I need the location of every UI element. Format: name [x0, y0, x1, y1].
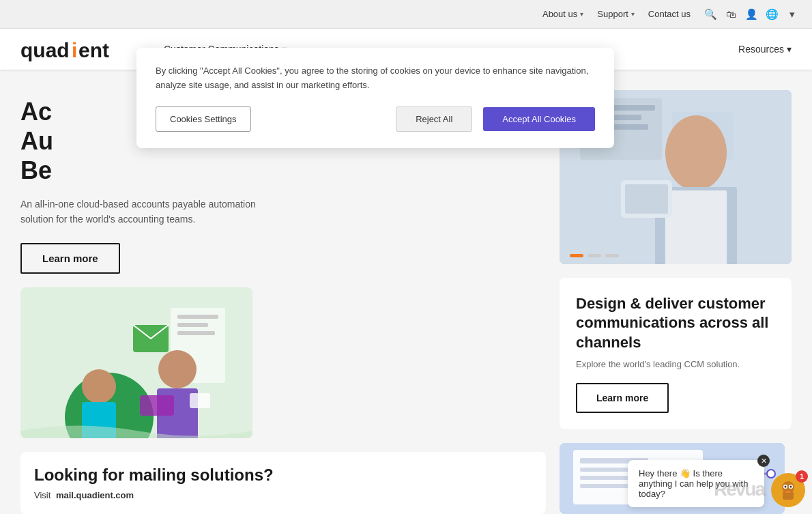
globe-chevron-icon: ▾ [786, 8, 798, 20]
svg-text:i: i [72, 39, 77, 61]
svg-rect-9 [177, 315, 218, 319]
chatbot-robot-icon [777, 479, 799, 501]
accept-all-cookies-button[interactable]: Accept All Cookies [483, 107, 595, 131]
slide-dot-2[interactable] [588, 254, 601, 257]
resources-label: Resources [738, 44, 784, 55]
illustration-svg [20, 287, 252, 438]
mailing-visit-label: Visit [34, 490, 50, 500]
hero-illustration [20, 287, 252, 438]
mailing-link-text[interactable]: mail.quadient.com [56, 490, 134, 500]
svg-rect-14 [140, 395, 174, 416]
watermark-text: Revua [714, 479, 764, 500]
svg-point-22 [665, 115, 727, 190]
cookie-description: By clicking "Accept All Cookies", you ag… [156, 64, 595, 93]
cookie-actions: Cookies Settings Reject All Accept All C… [156, 106, 595, 132]
left-column: AcAuBe An all-in-one cloud-based account… [20, 90, 546, 514]
mailing-visit: Visit mail.quadient.com [34, 490, 532, 500]
svg-text:ent: ent [78, 39, 109, 61]
mailing-title: Looking for mailing solutions? [34, 466, 532, 485]
logo-svg: quad i ent [20, 35, 130, 63]
support-nav[interactable]: Support ▾ [597, 9, 635, 19]
top-nav-icons: 🔍 🛍 👤 🌐 ▾ [704, 8, 798, 20]
chatbot-avatar-button[interactable]: 1 [771, 473, 805, 507]
logo[interactable]: quad i ent [20, 35, 130, 63]
cookie-consent-overlay: By clicking "Accept All Cookies", you ag… [136, 48, 614, 148]
about-us-nav[interactable]: About us ▾ [542, 9, 583, 19]
search-icon[interactable]: 🔍 [704, 8, 716, 20]
svg-rect-10 [177, 323, 208, 327]
svg-point-5 [82, 369, 116, 403]
support-chevron-icon: ▾ [631, 10, 635, 18]
globe-icon[interactable]: 🌐 [766, 8, 778, 20]
hero-learn-more-button[interactable]: Learn more [20, 243, 120, 274]
ccm-learn-more-button[interactable]: Learn more [576, 383, 669, 413]
svg-text:quad: quad [20, 39, 70, 61]
shop-icon[interactable]: 🛍 [725, 8, 737, 20]
about-us-label: About us [542, 9, 577, 19]
top-navigation: About us ▾ Support ▾ Contact us 🔍 🛍 👤 🌐 … [0, 0, 812, 29]
svg-rect-26 [625, 184, 668, 214]
cookies-settings-button[interactable]: Cookies Settings [156, 106, 251, 132]
mailing-section: Looking for mailing solutions? Visit mai… [20, 452, 546, 514]
svg-point-43 [790, 486, 792, 488]
svg-rect-15 [190, 393, 210, 408]
right-column: Design & deliver customer communications… [560, 90, 792, 514]
ccm-subtitle: Explore the world's leading CCM solution… [576, 359, 775, 369]
contact-us-nav[interactable]: Contact us [648, 9, 691, 19]
chatbot-close-button[interactable]: ✕ [757, 455, 770, 467]
resources-nav[interactable]: Resources ▾ [738, 44, 792, 55]
svg-rect-44 [785, 491, 791, 493]
ccm-title: Design & deliver customer communications… [576, 294, 775, 353]
user-icon[interactable]: 👤 [745, 8, 757, 20]
contact-us-label: Contact us [648, 9, 691, 19]
svg-point-12 [158, 350, 197, 388]
svg-rect-32 [580, 484, 635, 488]
resources-chevron-icon: ▾ [787, 44, 792, 55]
about-us-chevron-icon: ▾ [580, 10, 583, 18]
svg-point-42 [785, 486, 787, 488]
slide-indicators [570, 254, 619, 257]
hero-subtitle: An all-in-one cloud-based accounts payab… [20, 197, 280, 227]
svg-rect-24 [665, 190, 727, 263]
ccm-card: Design & deliver customer communications… [560, 278, 792, 430]
reject-all-button[interactable]: Reject All [396, 106, 472, 132]
slide-dot-3[interactable] [605, 254, 619, 257]
svg-rect-11 [177, 331, 215, 335]
slide-dot-1[interactable] [570, 254, 583, 257]
support-label: Support [597, 9, 628, 19]
chatbot-notification-badge: 1 [796, 470, 808, 483]
